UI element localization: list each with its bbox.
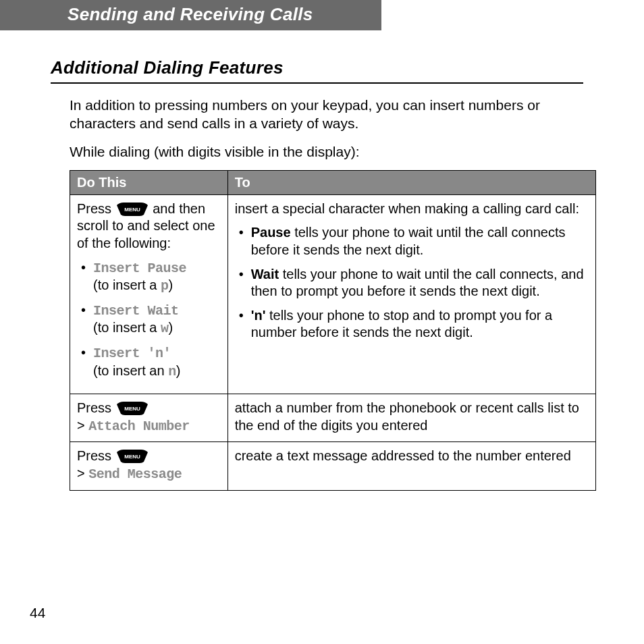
option-desc-a: (to insert a <box>93 320 161 335</box>
col-header-do-this: Do This <box>70 170 228 194</box>
list-item: Pause tells your phone to wait until the… <box>235 224 589 259</box>
table-header-row: Do This To <box>70 170 596 194</box>
table-row: Press MENU > Attach Number attach a numb… <box>70 394 596 442</box>
cell-do-this-3: Press MENU > Send Message <box>70 442 228 490</box>
term-bold: 'n' <box>251 308 266 323</box>
instruction-table: Do This To Press MENU and then scroll to… <box>70 170 596 491</box>
list-item: Insert Wait (to insert a w) <box>77 302 221 338</box>
term-bold: Pause <box>251 225 291 240</box>
to-lead: insert a special character when making a… <box>235 201 579 216</box>
menu-key-icon: MENU <box>117 203 148 216</box>
menu-option-label: Send Message <box>88 466 182 482</box>
intro-paragraph-2: While dialing (with digits visible in th… <box>70 142 583 161</box>
option-code: p <box>161 278 169 294</box>
cell-to-1: insert a special character when making a… <box>227 194 595 394</box>
term-rest: tells your phone to wait until the call … <box>251 267 584 299</box>
list-item: Insert Pause (to insert a p) <box>77 259 221 295</box>
cell-to-2: attach a number from the phonebook or re… <box>227 394 595 442</box>
instruction-table-wrap: Do This To Press MENU and then scroll to… <box>70 170 583 491</box>
cell-do-this-2: Press MENU > Attach Number <box>70 394 228 442</box>
option-code: n <box>168 364 176 379</box>
list-item: Insert 'n' (to insert an n) <box>77 344 221 380</box>
page-content: Additional Dialing Features In addition … <box>0 30 644 491</box>
option-desc-a: (to insert a <box>93 277 161 292</box>
option-desc-a: (to insert an <box>93 363 168 378</box>
menu-key-icon: MENU <box>117 450 148 463</box>
chapter-title: Sending and Receiving Calls <box>68 4 313 24</box>
option-desc-b: ) <box>176 363 181 378</box>
option-desc-b: ) <box>169 320 173 335</box>
to-description-list: Pause tells your phone to wait until the… <box>235 224 589 342</box>
table-row: Press MENU > Send Message create a text … <box>70 442 596 490</box>
option-desc-b: ) <box>169 277 173 292</box>
chapter-header: Sending and Receiving Calls <box>0 0 381 30</box>
intro-paragraph-1: In addition to pressing numbers on your … <box>70 96 583 133</box>
cell-do-this-1: Press MENU and then scroll to and select… <box>70 194 228 394</box>
term-rest: tells your phone to stop and to prompt y… <box>251 308 552 340</box>
svg-text:MENU: MENU <box>124 207 140 213</box>
insert-options-list: Insert Pause (to insert a p) Insert Wait… <box>77 259 221 381</box>
list-item: Wait tells your phone to wait until the … <box>235 266 589 300</box>
cell-to-3: create a text message addressed to the n… <box>227 442 595 490</box>
term-rest: tells your phone to wait until the call … <box>251 225 566 257</box>
menu-option-label: Insert 'n' <box>93 346 171 361</box>
press-label: Press <box>77 400 115 415</box>
svg-text:MENU: MENU <box>124 406 140 412</box>
menu-option-label: Insert Wait <box>93 303 179 319</box>
gt-symbol: > <box>77 418 85 433</box>
col-header-to: To <box>227 170 595 194</box>
menu-key-icon: MENU <box>117 402 148 415</box>
svg-text:MENU: MENU <box>124 454 140 460</box>
table-row: Press MENU and then scroll to and select… <box>70 194 596 394</box>
list-item: 'n' tells your phone to stop and to prom… <box>235 307 589 342</box>
gt-symbol: > <box>77 466 85 481</box>
option-code: w <box>161 321 169 336</box>
menu-option-label: Attach Number <box>88 419 190 434</box>
menu-option-label: Insert Pause <box>93 261 186 276</box>
section-title: Additional Dialing Features <box>51 57 583 84</box>
page-number: 44 <box>30 605 45 621</box>
press-label: Press <box>77 448 115 463</box>
term-bold: Wait <box>251 267 279 281</box>
press-label: Press <box>77 201 115 216</box>
